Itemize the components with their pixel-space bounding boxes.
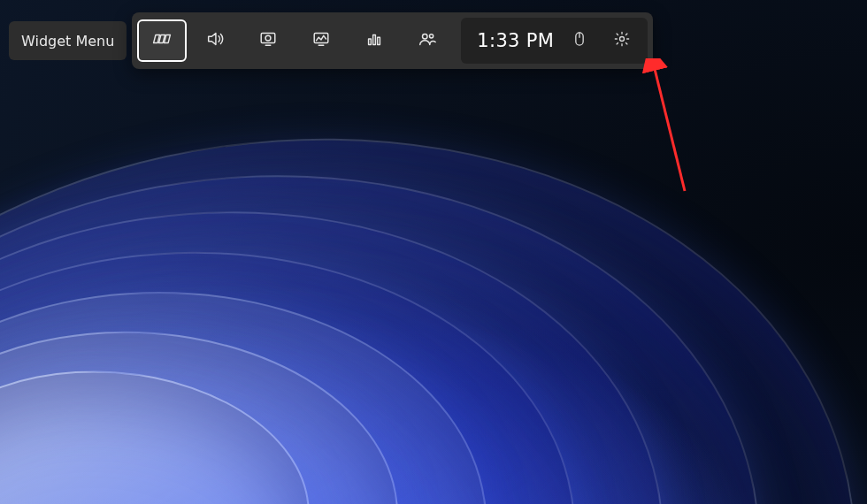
svg-rect-7 [373,34,376,44]
svg-point-13 [620,37,625,42]
svg-point-10 [430,34,434,38]
svg-point-9 [423,34,428,40]
tooltip-label: Widget Menu [21,33,114,50]
capture-icon [258,29,278,52]
gear-icon [613,30,631,51]
tooltip-widget-menu: Widget Menu [9,21,127,60]
svg-point-4 [265,35,271,41]
svg-rect-8 [378,37,380,44]
audio-button[interactable] [190,19,240,62]
bar-chart-icon [364,29,384,52]
people-icon [418,29,437,52]
clock-group: 1:33 PM [461,18,648,64]
capture-button[interactable] [243,19,293,62]
game-bar-toolbar: 1:33 PM [132,12,653,69]
svg-rect-3 [262,34,276,43]
speaker-icon [205,29,225,52]
resources-button[interactable] [349,19,399,62]
widget-menu-button[interactable] [137,19,187,62]
clock-time: 1:33 PM [477,30,554,51]
mouse-icon [571,30,588,51]
settings-button[interactable] [605,24,639,57]
performance-button[interactable] [296,19,346,62]
widget-menu-icon [152,29,172,52]
click-through-button[interactable] [563,24,596,57]
performance-icon [311,29,331,52]
xbox-social-button[interactable] [403,19,452,62]
svg-rect-6 [369,39,372,44]
desktop-wallpaper [0,0,867,504]
